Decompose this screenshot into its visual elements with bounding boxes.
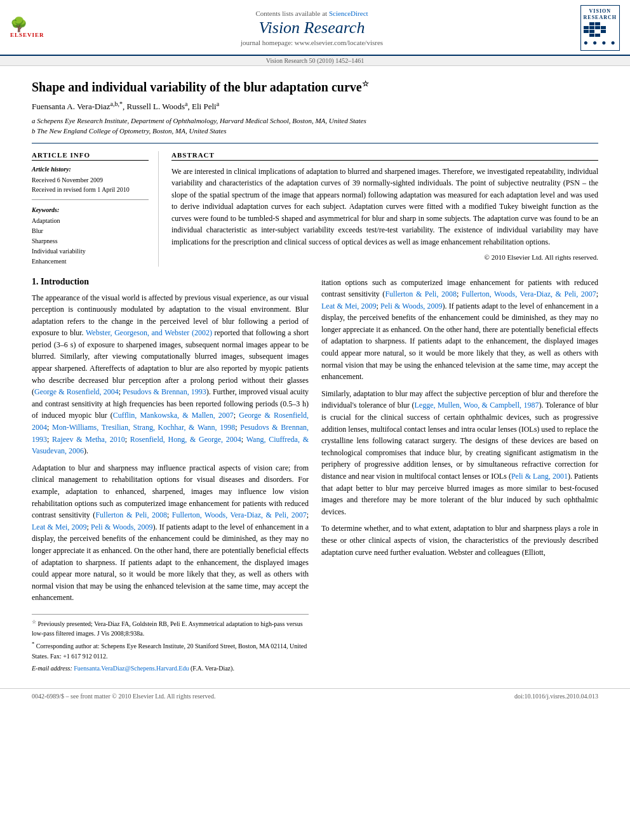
right-para-1: itation options such as computerized ima… xyxy=(321,277,598,383)
email-link[interactable]: Fuensanta.VeraDiaz@Schepens.Harvard.Edu xyxy=(74,665,189,672)
footnotes-area: ☆ Previously presented; Vera-Diaz FA, Go… xyxy=(32,614,309,673)
header-center: Contents lists available at ScienceDirec… xyxy=(55,10,569,46)
article-content: Shape and individual variability of the … xyxy=(0,66,630,688)
intro-title-text: Introduction xyxy=(41,277,89,286)
affiliation-a: a Schepens Eye Research Institute, Depar… xyxy=(32,116,598,126)
ref-fullerton-2007[interactable]: Fullerton, Woods, Vera-Diaz, & Peli, 200… xyxy=(172,510,307,519)
journal-name-header: Vision Research xyxy=(55,18,569,37)
vision-research-logo: VISIONRESEARCH ● ● ● ● xyxy=(569,5,620,51)
intro-para-1: The appearance of the visual world is af… xyxy=(32,292,309,457)
journal-header: 🌳 ELSEVIER Contents lists available at S… xyxy=(0,0,630,56)
article-received-revised: Received in revised form 1 April 2010 xyxy=(32,185,149,194)
abstract-col: ABSTRACT We are interested in clinical i… xyxy=(171,151,598,267)
contents-text: Contents lists available at xyxy=(255,10,327,17)
elsevier-logo: 🌳 ELSEVIER xyxy=(10,18,55,38)
bottom-right: doi:10.1016/j.visres.2010.04.013 xyxy=(514,693,598,700)
ref-george-2004[interactable]: George & Rosenfield, 2004 xyxy=(34,387,119,396)
divider xyxy=(32,199,149,200)
ref-peli-2009[interactable]: Peli & Woods, 2009 xyxy=(91,523,152,531)
keyword-individual-variability: Individual variability xyxy=(32,246,149,257)
ref-rajeev-2010[interactable]: Rajeev & Metha, 2010 xyxy=(52,435,125,444)
authors: Fuensanta A. Vera-Diaza,b,*, Russell L. … xyxy=(32,100,598,112)
sciencedirect-anchor[interactable]: ScienceDirect xyxy=(329,10,368,17)
author2-name: , Russell L. Woods xyxy=(123,102,185,112)
keyword-blur: Blur xyxy=(32,226,149,236)
title-star: ☆ xyxy=(362,80,369,89)
ref-mon-williams-1998[interactable]: Mon-Williams, Tresilian, Strang, Kochhar… xyxy=(52,423,235,432)
elsevier-text: ELSEVIER xyxy=(10,32,44,38)
body-right-col: itation options such as computerized ima… xyxy=(321,277,598,676)
abstract-heading: ABSTRACT xyxy=(171,151,598,161)
author3-sup: a xyxy=(217,100,219,107)
article-title: Shape and individual variability of the … xyxy=(32,79,598,95)
title-text: Shape and individual variability of the … xyxy=(32,80,362,94)
keyword-adaptation: Adaptation xyxy=(32,216,149,226)
article-history-label: Article history: xyxy=(32,166,149,173)
sciencedirect-link: Contents lists available at ScienceDirec… xyxy=(55,10,569,17)
ref-fullerton-2008b[interactable]: Fullerton & Peli, 2008 xyxy=(385,290,457,298)
author1-name: Fuensanta A. Vera-Diaz xyxy=(32,102,111,112)
footnote-2: * Corresponding author at: Schepens Eye … xyxy=(32,641,309,660)
vr-logo-box: VISIONRESEARCH ● ● ● ● xyxy=(580,5,620,51)
ref-webster-2002[interactable]: Webster, Georgeson, and Webster (2002) xyxy=(86,328,212,337)
author3-name: , Eli Peli xyxy=(188,102,217,112)
intro-para-2: Adaptation to blur and sharpness may inf… xyxy=(32,462,309,604)
article-title-section: Shape and individual variability of the … xyxy=(32,79,598,143)
top-bar: Vision Research 50 (2010) 1452–1461 xyxy=(0,56,630,66)
abstract-text: We are interested in clinical implicatio… xyxy=(171,166,598,248)
ref-rosenfield-2004[interactable]: Rosenfield, Hong, & George, 2004 xyxy=(130,435,241,444)
ref-legge-1987[interactable]: Legge, Mullen, Woo, & Campbell, 1987 xyxy=(415,401,539,410)
journal-homepage: journal homepage: www.elsevier.com/locat… xyxy=(55,39,569,46)
keyword-enhancement: Enhancement xyxy=(32,257,149,267)
author1-sup: a,b,* xyxy=(111,100,123,107)
ref-pesudovs-1993[interactable]: Pesudovs & Brennan, 1993 xyxy=(123,387,206,396)
right-para-2: Similarly, adaptation to blur may affect… xyxy=(321,388,598,518)
article-info-abstract: ARTICLE INFO Article history: Received 6… xyxy=(32,151,598,267)
ref-fullerton-2007b[interactable]: Fullerton, Woods, Vera-Diaz, & Peli, 200… xyxy=(462,290,596,298)
vr-dots: ● ● ● ● xyxy=(584,38,617,48)
vr-logo-grid xyxy=(584,22,617,37)
ref-leat-2009[interactable]: Leat & Mei, 2009 xyxy=(32,523,87,531)
keyword-sharpness: Sharpness xyxy=(32,236,149,246)
body-left-col: 1. Introduction The appearance of the vi… xyxy=(32,277,309,676)
footnote-1: ☆ Previously presented; Vera-Diaz FA, Go… xyxy=(32,618,309,638)
body-two-col: 1. Introduction The appearance of the vi… xyxy=(32,277,598,676)
bottom-bar: 0042-6989/$ – see front matter © 2010 El… xyxy=(0,688,630,703)
elsevier-tree-icon: 🌳 xyxy=(10,18,27,32)
bottom-left: 0042-6989/$ – see front matter © 2010 El… xyxy=(32,693,215,700)
copyright-line: © 2010 Elsevier Ltd. All rights reserved… xyxy=(171,253,598,261)
ref-cufflin-2007[interactable]: Cufflin, Mankowska, & Mallen, 2007 xyxy=(113,411,234,420)
body-content: 1. Introduction The appearance of the vi… xyxy=(32,277,598,676)
article-received: Received 6 November 2009 xyxy=(32,175,149,185)
ref-peli-2009b[interactable]: Peli & Woods, 2009 xyxy=(380,302,442,310)
ref-leat-2009b[interactable]: Leat & Mei, 2009 xyxy=(321,302,377,310)
footnote-email: E-mail address: Fuensanta.VeraDiaz@Schep… xyxy=(32,663,309,673)
affiliations: a Schepens Eye Research Institute, Depar… xyxy=(32,116,598,137)
ref-peli-2001[interactable]: Peli & Lang, 2001 xyxy=(511,472,568,481)
intro-number: 1. xyxy=(32,277,39,286)
right-para-3: To determine whether, and to what extent… xyxy=(321,523,598,558)
article-info-col: ARTICLE INFO Article history: Received 6… xyxy=(32,151,159,267)
affiliation-b: b The New England College of Optometry, … xyxy=(32,126,598,137)
ref-fullerton-2008[interactable]: Fullerton & Peli, 2008 xyxy=(95,510,167,519)
vr-logo-text: VISIONRESEARCH xyxy=(584,8,617,20)
article-info-heading: ARTICLE INFO xyxy=(32,151,149,161)
intro-title: 1. Introduction xyxy=(32,277,309,287)
keywords-label: Keywords: xyxy=(32,206,149,213)
